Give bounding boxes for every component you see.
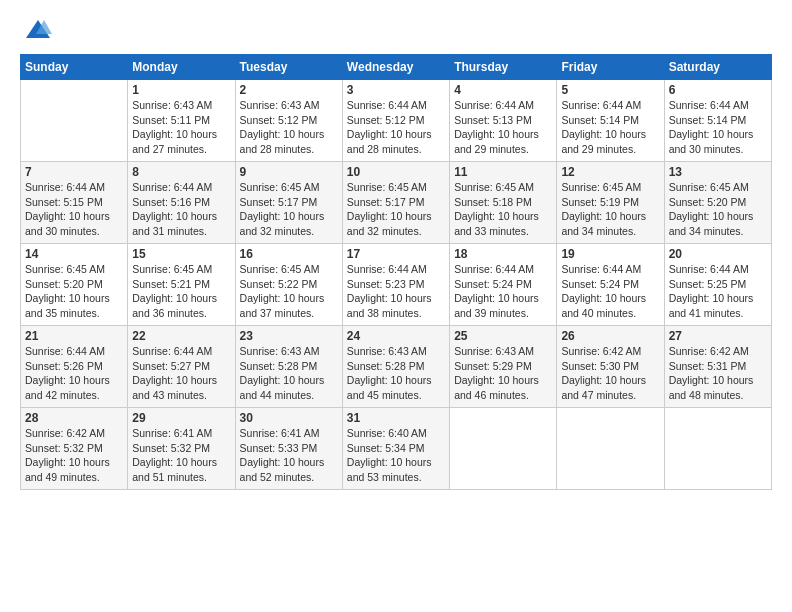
- calendar-header-tuesday: Tuesday: [235, 55, 342, 80]
- calendar-cell: [664, 408, 771, 490]
- day-info: Sunrise: 6:44 AM Sunset: 5:27 PM Dayligh…: [132, 344, 230, 403]
- day-info: Sunrise: 6:43 AM Sunset: 5:28 PM Dayligh…: [240, 344, 338, 403]
- day-number: 13: [669, 165, 767, 179]
- calendar-cell: 11Sunrise: 6:45 AM Sunset: 5:18 PM Dayli…: [450, 162, 557, 244]
- calendar-header-saturday: Saturday: [664, 55, 771, 80]
- calendar-cell: 15Sunrise: 6:45 AM Sunset: 5:21 PM Dayli…: [128, 244, 235, 326]
- calendar-cell: 20Sunrise: 6:44 AM Sunset: 5:25 PM Dayli…: [664, 244, 771, 326]
- day-number: 25: [454, 329, 552, 343]
- calendar-cell: 19Sunrise: 6:44 AM Sunset: 5:24 PM Dayli…: [557, 244, 664, 326]
- calendar-header-row: SundayMondayTuesdayWednesdayThursdayFrid…: [21, 55, 772, 80]
- calendar-cell: 3Sunrise: 6:44 AM Sunset: 5:12 PM Daylig…: [342, 80, 449, 162]
- day-number: 9: [240, 165, 338, 179]
- calendar-cell: 31Sunrise: 6:40 AM Sunset: 5:34 PM Dayli…: [342, 408, 449, 490]
- day-number: 22: [132, 329, 230, 343]
- calendar-cell: 24Sunrise: 6:43 AM Sunset: 5:28 PM Dayli…: [342, 326, 449, 408]
- day-info: Sunrise: 6:44 AM Sunset: 5:24 PM Dayligh…: [454, 262, 552, 321]
- day-info: Sunrise: 6:44 AM Sunset: 5:14 PM Dayligh…: [561, 98, 659, 157]
- logo-icon: [24, 16, 52, 44]
- day-number: 21: [25, 329, 123, 343]
- header: [20, 16, 772, 44]
- day-number: 29: [132, 411, 230, 425]
- day-number: 24: [347, 329, 445, 343]
- calendar-cell: 12Sunrise: 6:45 AM Sunset: 5:19 PM Dayli…: [557, 162, 664, 244]
- day-info: Sunrise: 6:43 AM Sunset: 5:11 PM Dayligh…: [132, 98, 230, 157]
- day-info: Sunrise: 6:43 AM Sunset: 5:12 PM Dayligh…: [240, 98, 338, 157]
- day-number: 31: [347, 411, 445, 425]
- day-info: Sunrise: 6:45 AM Sunset: 5:18 PM Dayligh…: [454, 180, 552, 239]
- calendar-header-friday: Friday: [557, 55, 664, 80]
- calendar-cell: 30Sunrise: 6:41 AM Sunset: 5:33 PM Dayli…: [235, 408, 342, 490]
- day-info: Sunrise: 6:44 AM Sunset: 5:23 PM Dayligh…: [347, 262, 445, 321]
- calendar-cell: 9Sunrise: 6:45 AM Sunset: 5:17 PM Daylig…: [235, 162, 342, 244]
- day-number: 1: [132, 83, 230, 97]
- day-number: 28: [25, 411, 123, 425]
- calendar-cell: 6Sunrise: 6:44 AM Sunset: 5:14 PM Daylig…: [664, 80, 771, 162]
- calendar-cell: 26Sunrise: 6:42 AM Sunset: 5:30 PM Dayli…: [557, 326, 664, 408]
- day-number: 4: [454, 83, 552, 97]
- day-number: 20: [669, 247, 767, 261]
- day-number: 10: [347, 165, 445, 179]
- calendar-cell: 18Sunrise: 6:44 AM Sunset: 5:24 PM Dayli…: [450, 244, 557, 326]
- day-info: Sunrise: 6:45 AM Sunset: 5:22 PM Dayligh…: [240, 262, 338, 321]
- day-info: Sunrise: 6:44 AM Sunset: 5:12 PM Dayligh…: [347, 98, 445, 157]
- day-info: Sunrise: 6:44 AM Sunset: 5:16 PM Dayligh…: [132, 180, 230, 239]
- calendar-cell: 4Sunrise: 6:44 AM Sunset: 5:13 PM Daylig…: [450, 80, 557, 162]
- day-number: 26: [561, 329, 659, 343]
- page: SundayMondayTuesdayWednesdayThursdayFrid…: [0, 0, 792, 612]
- calendar-header-monday: Monday: [128, 55, 235, 80]
- calendar-cell: 22Sunrise: 6:44 AM Sunset: 5:27 PM Dayli…: [128, 326, 235, 408]
- calendar-table: SundayMondayTuesdayWednesdayThursdayFrid…: [20, 54, 772, 490]
- day-info: Sunrise: 6:44 AM Sunset: 5:24 PM Dayligh…: [561, 262, 659, 321]
- day-info: Sunrise: 6:42 AM Sunset: 5:30 PM Dayligh…: [561, 344, 659, 403]
- day-info: Sunrise: 6:45 AM Sunset: 5:20 PM Dayligh…: [669, 180, 767, 239]
- day-info: Sunrise: 6:43 AM Sunset: 5:28 PM Dayligh…: [347, 344, 445, 403]
- calendar-header-thursday: Thursday: [450, 55, 557, 80]
- day-number: 19: [561, 247, 659, 261]
- day-number: 18: [454, 247, 552, 261]
- calendar-cell: [21, 80, 128, 162]
- day-number: 8: [132, 165, 230, 179]
- calendar-week-row: 7Sunrise: 6:44 AM Sunset: 5:15 PM Daylig…: [21, 162, 772, 244]
- day-info: Sunrise: 6:40 AM Sunset: 5:34 PM Dayligh…: [347, 426, 445, 485]
- calendar-cell: 7Sunrise: 6:44 AM Sunset: 5:15 PM Daylig…: [21, 162, 128, 244]
- calendar-cell: 25Sunrise: 6:43 AM Sunset: 5:29 PM Dayli…: [450, 326, 557, 408]
- calendar-week-row: 21Sunrise: 6:44 AM Sunset: 5:26 PM Dayli…: [21, 326, 772, 408]
- calendar-cell: 16Sunrise: 6:45 AM Sunset: 5:22 PM Dayli…: [235, 244, 342, 326]
- day-number: 2: [240, 83, 338, 97]
- day-info: Sunrise: 6:45 AM Sunset: 5:17 PM Dayligh…: [347, 180, 445, 239]
- calendar-cell: 13Sunrise: 6:45 AM Sunset: 5:20 PM Dayli…: [664, 162, 771, 244]
- calendar-cell: 10Sunrise: 6:45 AM Sunset: 5:17 PM Dayli…: [342, 162, 449, 244]
- calendar-cell: 5Sunrise: 6:44 AM Sunset: 5:14 PM Daylig…: [557, 80, 664, 162]
- day-number: 30: [240, 411, 338, 425]
- day-number: 5: [561, 83, 659, 97]
- calendar-cell: 29Sunrise: 6:41 AM Sunset: 5:32 PM Dayli…: [128, 408, 235, 490]
- day-info: Sunrise: 6:45 AM Sunset: 5:17 PM Dayligh…: [240, 180, 338, 239]
- day-info: Sunrise: 6:45 AM Sunset: 5:21 PM Dayligh…: [132, 262, 230, 321]
- calendar-cell: [557, 408, 664, 490]
- calendar-week-row: 1Sunrise: 6:43 AM Sunset: 5:11 PM Daylig…: [21, 80, 772, 162]
- calendar-week-row: 28Sunrise: 6:42 AM Sunset: 5:32 PM Dayli…: [21, 408, 772, 490]
- calendar-cell: 8Sunrise: 6:44 AM Sunset: 5:16 PM Daylig…: [128, 162, 235, 244]
- day-info: Sunrise: 6:44 AM Sunset: 5:13 PM Dayligh…: [454, 98, 552, 157]
- day-number: 15: [132, 247, 230, 261]
- calendar-cell: [450, 408, 557, 490]
- day-number: 6: [669, 83, 767, 97]
- calendar-week-row: 14Sunrise: 6:45 AM Sunset: 5:20 PM Dayli…: [21, 244, 772, 326]
- logo: [20, 16, 52, 44]
- day-number: 12: [561, 165, 659, 179]
- calendar-cell: 21Sunrise: 6:44 AM Sunset: 5:26 PM Dayli…: [21, 326, 128, 408]
- calendar-header-wednesday: Wednesday: [342, 55, 449, 80]
- day-number: 17: [347, 247, 445, 261]
- day-number: 3: [347, 83, 445, 97]
- day-info: Sunrise: 6:43 AM Sunset: 5:29 PM Dayligh…: [454, 344, 552, 403]
- day-info: Sunrise: 6:45 AM Sunset: 5:20 PM Dayligh…: [25, 262, 123, 321]
- day-number: 16: [240, 247, 338, 261]
- calendar-cell: 14Sunrise: 6:45 AM Sunset: 5:20 PM Dayli…: [21, 244, 128, 326]
- day-info: Sunrise: 6:44 AM Sunset: 5:15 PM Dayligh…: [25, 180, 123, 239]
- calendar-cell: 2Sunrise: 6:43 AM Sunset: 5:12 PM Daylig…: [235, 80, 342, 162]
- day-info: Sunrise: 6:41 AM Sunset: 5:32 PM Dayligh…: [132, 426, 230, 485]
- day-info: Sunrise: 6:45 AM Sunset: 5:19 PM Dayligh…: [561, 180, 659, 239]
- calendar-cell: 17Sunrise: 6:44 AM Sunset: 5:23 PM Dayli…: [342, 244, 449, 326]
- day-info: Sunrise: 6:44 AM Sunset: 5:26 PM Dayligh…: [25, 344, 123, 403]
